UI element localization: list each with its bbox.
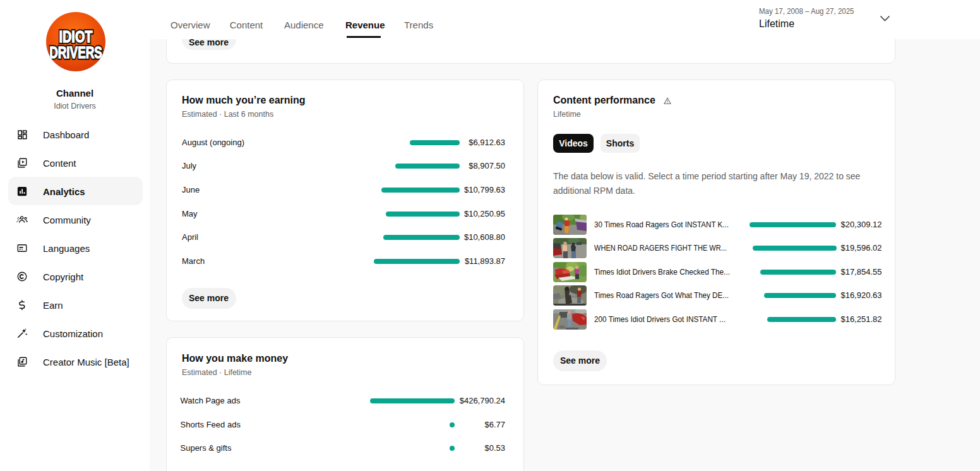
svg-text:DRIVERS: DRIVERS bbox=[49, 43, 102, 62]
